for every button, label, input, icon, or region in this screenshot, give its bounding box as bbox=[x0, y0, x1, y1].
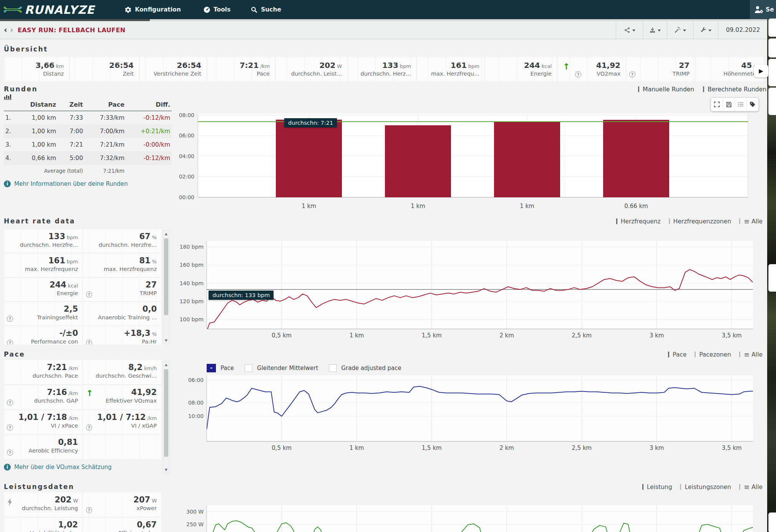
hr-stat-max-pct: 81%max. Herzfrequenz bbox=[83, 253, 161, 277]
manual-laps-link[interactable]: Manuelle Runden bbox=[643, 86, 694, 93]
separator bbox=[638, 86, 639, 92]
nav-item-konfiguration[interactable]: Konfiguration bbox=[124, 6, 181, 13]
svg-text:3 km: 3 km bbox=[650, 332, 664, 339]
vo2max-info-link[interactable]: i Mehr über die VO₂max Schätzung bbox=[4, 464, 158, 471]
help-icon[interactable]: ? bbox=[7, 316, 13, 322]
svg-text:1,5 km: 1,5 km bbox=[422, 444, 442, 451]
nav-label-konfiguration: Konfiguration bbox=[135, 6, 181, 13]
back-chevron[interactable]: ‹ bbox=[4, 26, 7, 34]
download-button[interactable] bbox=[643, 21, 667, 39]
tab-pace[interactable]: Pace bbox=[673, 351, 686, 358]
help-icon[interactable]: ? bbox=[86, 425, 92, 431]
magic-tools-button[interactable] bbox=[667, 21, 693, 39]
svg-text:02:00: 02:00 bbox=[179, 173, 194, 180]
settings-wrench-button[interactable] bbox=[693, 21, 718, 39]
help-icon[interactable]: ? bbox=[7, 400, 13, 406]
svg-text:10:00: 10:00 bbox=[188, 413, 204, 419]
lap-row: 3.1,00 km7:217:21/km-0:00/km bbox=[4, 138, 172, 152]
edge-tab[interactable] bbox=[768, 38, 776, 58]
nav-item-tools[interactable]: Tools bbox=[203, 6, 230, 13]
svg-text:1 km: 1 km bbox=[520, 203, 534, 210]
forward-chevron[interactable]: › bbox=[10, 26, 13, 34]
scrollbar-thumb bbox=[164, 369, 168, 457]
edge-tab[interactable] bbox=[768, 512, 776, 532]
nav-label-tools: Tools bbox=[214, 6, 230, 13]
svg-text:1,5 km: 1,5 km bbox=[422, 332, 442, 339]
share-button[interactable] bbox=[616, 21, 643, 39]
svg-text:300 W: 300 W bbox=[186, 509, 204, 515]
stat-trimp: ? 27 TRIMP bbox=[626, 57, 695, 81]
gear-icon bbox=[124, 6, 132, 13]
laps-table: Distanz Zeit Pace Diff. 1.1,00 km7:337:3… bbox=[4, 98, 172, 177]
svg-text:2 km: 2 km bbox=[499, 332, 514, 339]
computed-laps-link[interactable]: Berechnete Runden bbox=[708, 86, 766, 93]
svg-text:08:00: 08:00 bbox=[188, 400, 204, 406]
pace-panel-scrollbar[interactable]: ▲ ▼ bbox=[163, 361, 169, 473]
help-icon[interactable]: ? bbox=[629, 71, 635, 78]
runalyze-logo[interactable]: RUNALYZE bbox=[3, 3, 95, 17]
help-icon[interactable]: ? bbox=[7, 449, 13, 456]
laps-table-header: Distanz Zeit Pace Diff. bbox=[4, 98, 172, 111]
svg-text:08:00: 08:00 bbox=[179, 112, 194, 118]
wrench-icon bbox=[700, 27, 706, 33]
stat-energy: 244kcal Energie bbox=[485, 57, 557, 81]
pace-chart[interactable]: 06:0008:0010:000,5 km1 km1,5 km2 km2,5 k… bbox=[172, 361, 763, 455]
stat-distance: 3,66km Distanz bbox=[4, 57, 69, 81]
svg-text:120 bpm: 120 bpm bbox=[179, 298, 204, 304]
chevron-down-icon bbox=[658, 30, 661, 31]
power-stat-xpower: ?207WxPower bbox=[83, 492, 161, 517]
help-icon[interactable]: ? bbox=[86, 291, 92, 297]
help-icon[interactable]: ? bbox=[86, 340, 92, 345]
scroll-up-icon: ▲ bbox=[163, 363, 169, 367]
stat-pace: 7:21/km Pace bbox=[207, 57, 275, 81]
account-menu[interactable]: Se bbox=[750, 0, 776, 19]
dna-logo-icon bbox=[3, 4, 23, 15]
stat-elapsed-time: 26:54 Verstrichene Zeit bbox=[139, 57, 207, 81]
hr-stat-energy: 244kcalEnergie bbox=[4, 278, 83, 301]
hr-stat-trimp: ?27TRIMP bbox=[83, 278, 161, 301]
pace-stat-gap: ?7:16/kmdurchschn. GAP bbox=[4, 385, 83, 410]
power-chart[interactable]: 300 W250 W bbox=[172, 480, 763, 532]
laps-bar-chart[interactable]: 00:0002:0004:0006:0008:001 km1 km1 km0.6… bbox=[172, 96, 753, 216]
heart-rate-chart[interactable]: 100 bpm120 bpm140 bpm160 bpm180 bpm0,5 k… bbox=[172, 215, 763, 344]
pace-stat-vo2max: ↑41,92Effektiver VO₂max bbox=[83, 385, 161, 410]
play-icon: ▶ bbox=[759, 68, 763, 74]
pace-tabs: Pace Pacezonen ≡Alle bbox=[384, 350, 763, 359]
edge-tab[interactable] bbox=[768, 264, 776, 292]
svg-text:0,5 km: 0,5 km bbox=[272, 332, 292, 339]
pace-stat-avg: 7:21/kmdurchschn. Pace bbox=[4, 360, 83, 385]
hr-stat-anaerobic: 0,0Anaerobic Training ... bbox=[83, 302, 161, 325]
stat-vo2max: ↑ ? 41,92 VO2max bbox=[557, 57, 626, 81]
power-stat-vi: ?1,02Variabilitätsindex bbox=[4, 517, 83, 532]
edge-tab[interactable] bbox=[768, 59, 776, 86]
help-icon[interactable]: ? bbox=[7, 425, 13, 431]
pace-stat-aerobic-eff: ?0,81Aerobic Efficiency bbox=[4, 435, 83, 459]
svg-text:3,5 km: 3,5 km bbox=[722, 332, 742, 339]
help-icon[interactable]: ? bbox=[575, 71, 581, 78]
nav-item-suche[interactable]: Suche bbox=[250, 6, 281, 13]
help-icon[interactable]: ? bbox=[7, 340, 13, 345]
hr-avg-tooltip: durchschn: 133 bpm bbox=[209, 291, 274, 300]
svg-text:2,5 km: 2,5 km bbox=[572, 332, 592, 339]
play-button[interactable]: ▶ bbox=[754, 64, 768, 78]
tab-alle-pace[interactable]: Alle bbox=[751, 351, 763, 358]
svg-text:160 bpm: 160 bpm bbox=[179, 262, 204, 268]
svg-text:06:00: 06:00 bbox=[179, 132, 194, 139]
trend-up-icon: ↑ bbox=[86, 390, 93, 397]
help-icon[interactable]: ? bbox=[86, 507, 92, 513]
section-heading-pace: Pace bbox=[4, 350, 25, 358]
hamburger-icon: ≡ bbox=[744, 350, 749, 359]
edge-tab[interactable] bbox=[768, 18, 776, 37]
power-stats-panel: 202Wdurchschn. Leistung ?207WxPower ?1,0… bbox=[4, 492, 161, 532]
hr-stat-pahr: ?+18,3%Pa:Hr bbox=[83, 326, 161, 345]
power-stat-avg: 202Wdurchschn. Leistung bbox=[4, 492, 83, 517]
stat-max-hr: 161bpm max. Herzfrequ... bbox=[416, 57, 485, 81]
heart-panel-scrollbar[interactable]: ▲ ▼ bbox=[163, 230, 169, 344]
hr-stat-training-effect: ?2,5Trainingseffekt bbox=[4, 302, 83, 325]
brand-name: RUNALYZE bbox=[25, 3, 95, 17]
tab-pacezonen[interactable]: Pacezonen bbox=[699, 351, 731, 358]
laps-info-link[interactable]: i Mehr Informationen über deine Runden bbox=[4, 180, 158, 187]
lightning-icon bbox=[7, 498, 13, 506]
edge-tab[interactable] bbox=[768, 88, 776, 115]
laps-avg-tooltip: durchschn: 7:21 bbox=[284, 118, 337, 127]
